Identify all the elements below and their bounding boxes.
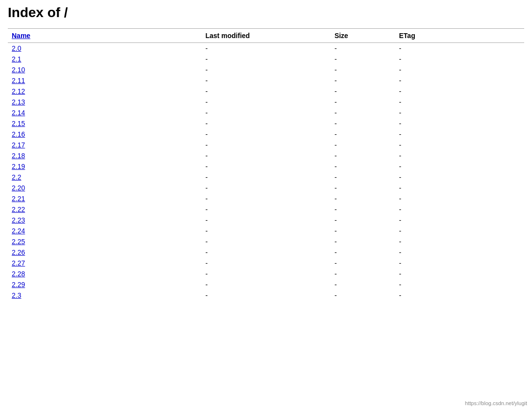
modified-cell: - xyxy=(201,247,330,258)
folder-link[interactable]: 2.15 xyxy=(12,120,25,127)
modified-cell: - xyxy=(201,279,330,290)
folder-link[interactable]: 2.25 xyxy=(12,238,25,246)
table-row: 2.29--- xyxy=(8,279,524,290)
etag-cell: - xyxy=(395,183,524,193)
size-cell: - xyxy=(331,86,395,97)
table-row: 2.3--- xyxy=(8,290,524,301)
etag-cell: - xyxy=(395,150,524,161)
folder-link[interactable]: 2.19 xyxy=(12,163,25,170)
name-cell: 2.17 xyxy=(8,140,201,150)
table-row: 2.16--- xyxy=(8,129,524,140)
table-row: 2.21--- xyxy=(8,193,524,204)
etag-cell: - xyxy=(395,193,524,204)
folder-link[interactable]: 2.28 xyxy=(12,270,25,278)
table-row: 2.10--- xyxy=(8,64,524,75)
folder-link[interactable]: 2.27 xyxy=(12,259,25,267)
column-size: Size xyxy=(331,29,395,43)
directory-table: Name Last modified Size ETag 2.0--- 2.1-… xyxy=(8,28,524,301)
etag-cell: - xyxy=(395,64,524,75)
table-row: 2.23--- xyxy=(8,215,524,226)
name-cell: 2.24 xyxy=(8,226,201,236)
name-cell: 2.2 xyxy=(8,172,201,183)
folder-link[interactable]: 2.16 xyxy=(12,130,25,138)
modified-cell: - xyxy=(201,64,330,75)
modified-cell: - xyxy=(201,226,330,236)
etag-cell: - xyxy=(395,258,524,268)
size-cell: - xyxy=(331,150,395,161)
folder-link[interactable]: 2.21 xyxy=(12,195,25,203)
modified-cell: - xyxy=(201,150,330,161)
name-cell: 2.11 xyxy=(8,75,201,86)
folder-link[interactable]: 2.26 xyxy=(12,248,25,256)
folder-link[interactable]: 2.20 xyxy=(12,184,25,192)
size-cell: - xyxy=(331,161,395,172)
modified-cell: - xyxy=(201,236,330,247)
folder-link[interactable]: 2.22 xyxy=(12,206,25,213)
table-row: 2.19--- xyxy=(8,161,524,172)
etag-cell: - xyxy=(395,75,524,86)
size-cell: - xyxy=(331,226,395,236)
name-cell: 2.3 xyxy=(8,290,201,301)
table-row: 2.25--- xyxy=(8,236,524,247)
name-cell: 2.14 xyxy=(8,107,201,118)
name-cell: 2.10 xyxy=(8,64,201,75)
modified-cell: - xyxy=(201,290,330,301)
etag-cell: - xyxy=(395,129,524,140)
folder-link[interactable]: 2.1 xyxy=(12,55,21,63)
etag-cell: - xyxy=(395,204,524,215)
modified-cell: - xyxy=(201,97,330,107)
name-cell: 2.1 xyxy=(8,54,201,64)
name-sort-link[interactable]: Name xyxy=(12,32,30,40)
table-header-row: Name Last modified Size ETag xyxy=(8,29,524,43)
size-cell: - xyxy=(331,64,395,75)
etag-cell: - xyxy=(395,43,524,54)
folder-link[interactable]: 2.12 xyxy=(12,87,25,95)
folder-link[interactable]: 2.24 xyxy=(12,227,25,235)
table-row: 2.26--- xyxy=(8,247,524,258)
table-row: 2.22--- xyxy=(8,204,524,215)
table-row: 2.13--- xyxy=(8,97,524,107)
size-cell: - xyxy=(331,118,395,129)
column-modified: Last modified xyxy=(201,29,330,43)
etag-cell: - xyxy=(395,97,524,107)
table-row: 2.15--- xyxy=(8,118,524,129)
name-cell: 2.21 xyxy=(8,193,201,204)
name-cell: 2.22 xyxy=(8,204,201,215)
folder-link[interactable]: 2.10 xyxy=(12,66,25,74)
table-row: 2.1--- xyxy=(8,54,524,64)
name-cell: 2.25 xyxy=(8,236,201,247)
folder-link[interactable]: 2.29 xyxy=(12,281,25,288)
table-row: 2.2--- xyxy=(8,172,524,183)
size-cell: - xyxy=(331,268,395,279)
folder-link[interactable]: 2.18 xyxy=(12,152,25,160)
name-cell: 2.0 xyxy=(8,43,201,54)
table-row: 2.11--- xyxy=(8,75,524,86)
size-cell: - xyxy=(331,183,395,193)
folder-link[interactable]: 2.3 xyxy=(12,291,21,299)
etag-cell: - xyxy=(395,140,524,150)
folder-link[interactable]: 2.0 xyxy=(12,44,21,52)
folder-link[interactable]: 2.2 xyxy=(12,173,21,181)
etag-cell: - xyxy=(395,290,524,301)
folder-link[interactable]: 2.23 xyxy=(12,216,25,224)
table-row: 2.0--- xyxy=(8,43,524,54)
etag-cell: - xyxy=(395,268,524,279)
folder-link[interactable]: 2.13 xyxy=(12,98,25,106)
name-cell: 2.28 xyxy=(8,268,201,279)
size-cell: - xyxy=(331,75,395,86)
table-row: 2.14--- xyxy=(8,107,524,118)
name-cell: 2.18 xyxy=(8,150,201,161)
modified-cell: - xyxy=(201,75,330,86)
name-cell: 2.13 xyxy=(8,97,201,107)
size-cell: - xyxy=(331,247,395,258)
etag-cell: - xyxy=(395,247,524,258)
name-cell: 2.15 xyxy=(8,118,201,129)
folder-link[interactable]: 2.11 xyxy=(12,77,25,84)
etag-cell: - xyxy=(395,86,524,97)
folder-link[interactable]: 2.14 xyxy=(12,109,25,117)
folder-link[interactable]: 2.17 xyxy=(12,141,25,149)
modified-cell: - xyxy=(201,43,330,54)
modified-cell: - xyxy=(201,183,330,193)
name-cell: 2.23 xyxy=(8,215,201,226)
etag-cell: - xyxy=(395,215,524,226)
